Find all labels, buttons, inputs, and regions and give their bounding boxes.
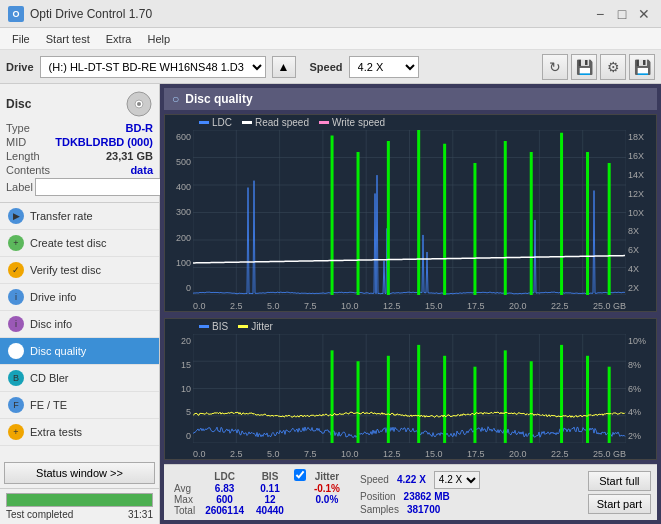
disc-title: Disc (6, 97, 31, 111)
sidebar-item-label: FE / TE (30, 399, 67, 411)
sidebar-item-label: Verify test disc (30, 264, 101, 276)
total-label: Total (170, 505, 199, 516)
bis-avg: 0.11 (250, 483, 290, 494)
speed-row: Speed 4.22 X 4.2 X (360, 471, 480, 489)
menu-extra[interactable]: Extra (98, 31, 140, 47)
jitter-avg: -0.1% (310, 483, 344, 494)
jitter-max: 0.0% (310, 494, 344, 505)
nav-items: ▶ Transfer rate + Create test disc ✓ Ver… (0, 203, 159, 458)
sidebar-item-create-test-disc[interactable]: + Create test disc (0, 230, 159, 257)
legend-bis: BIS (199, 321, 228, 332)
disc-label-input[interactable] (35, 178, 179, 196)
disc-button[interactable]: 💾 (571, 54, 597, 80)
ldc-dot (199, 121, 209, 124)
left-panel: Disc Type BD-R MID TDKBLDRBD (000) Lengt… (0, 84, 160, 524)
stats-table: LDC BIS Jitter Avg 6.83 0.11 -0.1% Max (170, 469, 344, 516)
sidebar-item-label: Transfer rate (30, 210, 93, 222)
chart-header: ○ Disc quality (164, 88, 657, 110)
close-button[interactable]: ✕ (635, 5, 653, 23)
sidebar-item-extra-tests[interactable]: + Extra tests (0, 419, 159, 446)
status-text: Test completed (6, 509, 73, 520)
maximize-button[interactable]: □ (613, 5, 631, 23)
speed-select[interactable]: 4.2 X (349, 56, 419, 78)
menu-help[interactable]: Help (139, 31, 178, 47)
samples-row: Samples 381700 (360, 504, 480, 515)
menubar: File Start test Extra Help (0, 28, 661, 50)
read-speed-dot (242, 121, 252, 124)
svg-point-2 (137, 102, 141, 106)
start-full-button[interactable]: Start full (588, 471, 651, 491)
jitter-checkbox[interactable] (294, 469, 306, 481)
sidebar-item-label: Create test disc (30, 237, 106, 249)
status-window-button[interactable]: Status window >> (4, 462, 155, 484)
lower-chart-container: BIS Jitter 20 15 10 5 0 (164, 318, 657, 460)
samples-value: 381700 (407, 504, 440, 515)
disc-label-row: Label 🔍 (6, 178, 153, 196)
disc-quality-icon: ▼ (8, 343, 24, 359)
create-test-disc-icon: + (8, 235, 24, 251)
lower-chart-canvas (193, 334, 626, 443)
stats-speed-select[interactable]: 4.2 X (434, 471, 480, 489)
disc-type-label: Type (6, 122, 30, 134)
sidebar-item-label: Disc quality (30, 345, 86, 357)
speed-label: Speed (310, 61, 343, 73)
legend-ldc: LDC (199, 117, 232, 128)
lower-y-axis-left: 20 15 10 5 0 (165, 334, 193, 443)
right-panel: ○ Disc quality LDC Read speed Write spee… (160, 84, 661, 524)
progress-status: Test completed 31:31 (6, 509, 153, 520)
disc-type-row: Type BD-R (6, 122, 153, 134)
disc-section: Disc Type BD-R MID TDKBLDRBD (000) Lengt… (0, 84, 159, 203)
sidebar-item-fe-te[interactable]: F FE / TE (0, 392, 159, 419)
ldc-avg: 6.83 (199, 483, 250, 494)
bis-max: 12 (250, 494, 290, 505)
drive-info-icon: i (8, 289, 24, 305)
lower-x-axis: 0.0 2.5 5.0 7.5 10.0 12.5 15.0 17.5 20.0… (193, 449, 626, 459)
upper-chart-container: LDC Read speed Write speed 600 500 (164, 114, 657, 312)
sidebar-item-label: Disc info (30, 318, 72, 330)
disc-length-row: Length 23,31 GB (6, 150, 153, 162)
avg-label: Avg (170, 483, 199, 494)
jitter-dot (238, 325, 248, 328)
drive-label: Drive (6, 61, 34, 73)
sidebar-item-cd-bler[interactable]: B CD Bler (0, 365, 159, 392)
sidebar-item-transfer-rate[interactable]: ▶ Transfer rate (0, 203, 159, 230)
disc-header: Disc (6, 90, 153, 118)
legend-write-speed: Write speed (319, 117, 385, 128)
lower-chart-svg-wrapper: 20 15 10 5 0 10% 8% 6% 4% 2% 0.0 2.5 (165, 334, 656, 459)
sidebar-item-disc-info[interactable]: i Disc info (0, 311, 159, 338)
drive-select[interactable]: (H:) HL-DT-ST BD-RE WH16NS48 1.D3 (40, 56, 266, 78)
extra-tests-icon: + (8, 424, 24, 440)
chart-header-icon: ○ (172, 92, 179, 106)
ldc-header: LDC (199, 469, 250, 483)
disc-contents-value: data (130, 164, 153, 176)
sidebar-item-disc-quality[interactable]: ▼ Disc quality (0, 338, 159, 365)
eject-button[interactable]: ▲ (272, 56, 296, 78)
action-buttons: Start full Start part (588, 471, 651, 514)
menu-start-test[interactable]: Start test (38, 31, 98, 47)
save-button[interactable]: 💾 (629, 54, 655, 80)
disc-info-icon: i (8, 316, 24, 332)
upper-y-axis-left: 600 500 400 300 200 100 0 (165, 130, 193, 295)
disc-length-value: 23,31 GB (106, 150, 153, 162)
speed-position-section: Speed 4.22 X 4.2 X Position 23862 MB Sam… (360, 471, 480, 515)
window-controls: − □ ✕ (591, 5, 653, 23)
refresh-button[interactable]: ↻ (542, 54, 568, 80)
minimize-button[interactable]: − (591, 5, 609, 23)
start-part-button[interactable]: Start part (588, 494, 651, 514)
max-label: Max (170, 494, 199, 505)
lower-legend: BIS Jitter (165, 319, 656, 334)
drive-icons: ↻ 💾 ⚙ 💾 (542, 54, 655, 80)
settings-button[interactable]: ⚙ (600, 54, 626, 80)
disc-type-value: BD-R (126, 122, 154, 134)
upper-chart-svg-wrapper: 600 500 400 300 200 100 0 18X 16X 14X 12… (165, 130, 656, 311)
menu-file[interactable]: File (4, 31, 38, 47)
sidebar-item-drive-info[interactable]: i Drive info (0, 284, 159, 311)
disc-length-label: Length (6, 150, 40, 162)
progress-area: Test completed 31:31 (0, 488, 159, 524)
speed-value: 4.22 X (397, 474, 426, 485)
write-speed-dot (319, 121, 329, 124)
app-icon: O (8, 6, 24, 22)
sidebar-item-label: CD Bler (30, 372, 69, 384)
disc-icon (125, 90, 153, 118)
sidebar-item-verify-test-disc[interactable]: ✓ Verify test disc (0, 257, 159, 284)
